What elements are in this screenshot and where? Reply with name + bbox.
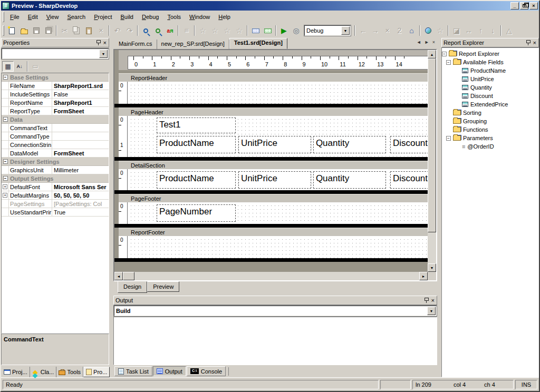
tab-pro[interactable]: Pro... (83, 367, 110, 377)
tool-tab-console[interactable]: C:\Console (187, 366, 226, 376)
tree-item-sorting[interactable]: Sorting (442, 109, 538, 117)
stop-button[interactable]: ◎ (290, 25, 302, 37)
property-value[interactable]: Millimeter (52, 167, 109, 173)
property-value[interactable]: Microsoft Sans Ser (52, 184, 109, 190)
property-value[interactable]: FormSheet (52, 108, 109, 114)
restore-button[interactable] (520, 2, 528, 9)
tab-proj[interactable]: Proj... (2, 367, 30, 377)
menu-view[interactable]: View (42, 12, 63, 22)
minimize-button[interactable]: _ (510, 2, 519, 9)
report-item-pagenumber[interactable]: PageNumber (157, 204, 236, 222)
macro-record-button[interactable] (249, 25, 262, 37)
property-row-commandtext[interactable]: CommandText (2, 124, 109, 132)
property-value[interactable]: FormSheet (52, 150, 109, 156)
property-row-connectionstrin[interactable]: ConnectionStrin (2, 141, 109, 149)
collapse-icon[interactable]: − (3, 117, 8, 122)
property-row-defaultfont[interactable]: +DefaultFontMicrosoft Sans Ser (2, 183, 109, 191)
document-tab-new-rep-sp-srd-design[interactable]: new_rep_SP.srd[Design] (157, 40, 229, 49)
section-separator[interactable] (114, 157, 428, 161)
menu-grip[interactable] (3, 12, 4, 22)
section-header-pagefooter[interactable]: PageFooter (119, 194, 428, 202)
document-tab-test1-srd-design[interactable]: Test1.srd[Design] (229, 38, 287, 49)
report-designer[interactable]: 01234567891011121314 ReportHeader0PageHe… (113, 49, 437, 281)
expand-icon[interactable]: + (3, 184, 7, 189)
horizontal-scroll-track[interactable] (134, 272, 419, 280)
menu-tools[interactable]: Tools (163, 12, 185, 22)
section-canvas-reportfooter[interactable] (128, 236, 428, 258)
report-item-quantity[interactable]: Quantity (313, 136, 386, 153)
report-item-productname[interactable]: ProductName (157, 136, 236, 153)
left-splitter[interactable] (109, 38, 113, 377)
report-item-discount[interactable]: Discount (390, 136, 428, 153)
tree-item-orderid[interactable]: ≡@OrderID (442, 142, 538, 151)
collapse-icon[interactable]: − (3, 75, 8, 80)
output-close-icon[interactable]: × (431, 298, 435, 303)
tree-item-functions[interactable]: Functions (442, 125, 538, 134)
tab-close-icon[interactable]: × (432, 40, 435, 45)
expand-icon[interactable]: + (3, 193, 7, 198)
section-separator[interactable] (114, 224, 428, 228)
tree-collapse-icon[interactable]: − (442, 52, 447, 56)
tool-tab-task-list[interactable]: Task List (114, 366, 152, 376)
section-canvas-pageheader[interactable]: Test1ProductNameUnitPriceQuantityDiscoun… (128, 116, 428, 157)
tab-scroll-right-icon[interactable]: ► (425, 40, 429, 45)
property-value[interactable]: 50, 50, 50, 50 (52, 192, 109, 199)
report-item-unitprice[interactable]: UnitPrice (238, 136, 311, 153)
menu-debug[interactable]: Debug (138, 12, 163, 22)
categorized-button[interactable]: ▦ (2, 61, 14, 72)
category-row-designer-settings[interactable]: −Designer Settings (2, 158, 109, 166)
explorer-close-icon[interactable]: × (533, 40, 537, 45)
collapse-icon[interactable]: − (3, 176, 8, 181)
web-browser-button[interactable] (422, 25, 434, 37)
tab-cla[interactable]: Cla... (30, 367, 57, 377)
view-tab-design[interactable]: Design (118, 281, 147, 293)
tree-item-quantity[interactable]: Quantity (442, 83, 538, 92)
section-canvas-reportheader[interactable] (128, 82, 428, 104)
menu-search[interactable]: Search (63, 12, 90, 22)
property-row-datamodel[interactable]: DataModelFormSheet (2, 149, 109, 158)
horizontal-scroll-thumb[interactable] (123, 272, 134, 280)
home-button[interactable]: ⌂ (406, 25, 418, 37)
right-splitter[interactable] (437, 38, 441, 377)
dropdown-arrow-icon[interactable]: ▼ (341, 26, 350, 35)
property-value[interactable]: [PageSettings: Col (52, 201, 109, 207)
object-selector-combo[interactable]: ▼ (2, 48, 109, 59)
tree-item-productname[interactable]: ProductName (442, 66, 538, 75)
vertical-scrollbar[interactable]: ▲ ▼ (428, 50, 436, 272)
section-header-reportheader[interactable]: ReportHeader (119, 73, 428, 82)
property-row-graphicsunit[interactable]: GraphicsUnitMillimeter (2, 166, 109, 174)
section-separator[interactable] (114, 258, 428, 262)
debug-target-combo[interactable]: Debug▼ (304, 25, 351, 36)
tree-item-available-fields[interactable]: −Available Fields (442, 58, 538, 66)
vertical-scroll-thumb[interactable] (428, 58, 436, 232)
section-separator[interactable] (114, 190, 428, 194)
view-tab-preview[interactable]: Preview (147, 281, 179, 292)
report-item-test1[interactable]: Test1 (157, 117, 236, 133)
tree-item-extendedprice[interactable]: ExtendedPrice (442, 100, 538, 109)
category-row-output-settings[interactable]: −Output Settings (2, 174, 109, 183)
output-category-combo[interactable]: Build ▼ (114, 306, 437, 316)
tool-tab-output[interactable]: Output (153, 366, 186, 376)
tree-item-parameters[interactable]: −Parameters (442, 134, 538, 142)
section-separator[interactable] (114, 104, 428, 107)
scroll-right-icon[interactable]: ► (419, 272, 428, 280)
menu-project[interactable]: Project (90, 12, 116, 22)
output-text-area[interactable] (113, 317, 437, 365)
explorer-pin-icon[interactable] (526, 40, 531, 45)
dropdown-arrow-icon[interactable]: ▼ (99, 50, 108, 58)
property-row-reportname[interactable]: ReportNameSharpReport1 (2, 99, 109, 107)
section-canvas-pagefooter[interactable]: PageNumber (128, 202, 428, 224)
find-in-files-button[interactable] (152, 25, 164, 37)
tree-collapse-icon[interactable]: − (446, 136, 451, 141)
section-canvas-detailsection[interactable]: ProductNameUnitPriceQuantityDiscount (128, 169, 428, 190)
find-button[interactable] (140, 25, 152, 37)
scroll-up-icon[interactable]: ▲ (428, 50, 436, 58)
tree-item-unitprice[interactable]: UnitPrice (442, 75, 538, 83)
property-row-defaultmargins[interactable]: +DefaultMargins50, 50, 50, 50 (2, 191, 109, 200)
alphabetical-button[interactable]: A↓ (14, 61, 25, 72)
tree-item-report-explorer[interactable]: −Report Explorer (442, 50, 538, 58)
close-button[interactable]: × (529, 2, 538, 9)
section-header-reportfooter[interactable]: ReportFooter (119, 228, 428, 236)
property-row-reporttype[interactable]: ReportTypeFormSheet (2, 107, 109, 115)
menu-window[interactable]: Window (185, 12, 214, 22)
